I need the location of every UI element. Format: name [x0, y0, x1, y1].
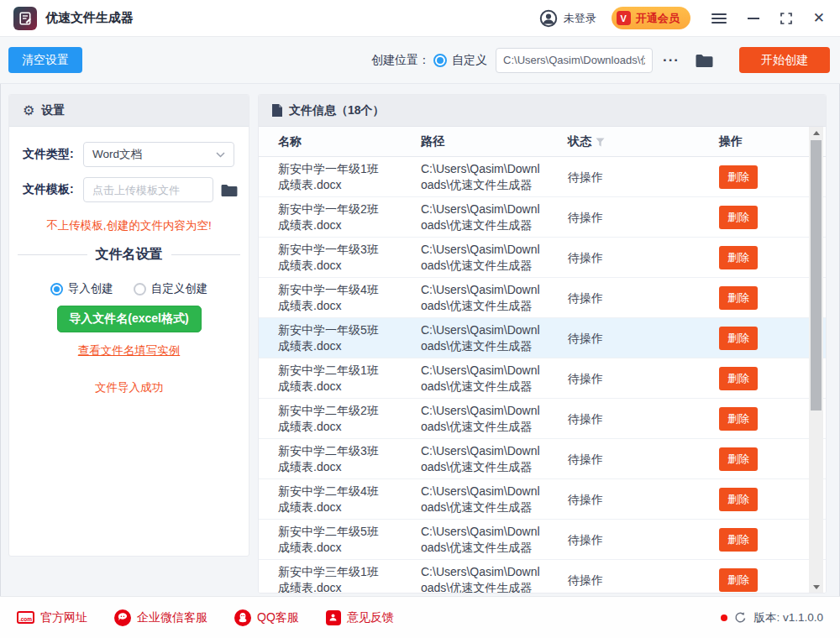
template-upload-input[interactable]	[83, 177, 213, 202]
file-path: C:\Users\Qasim\Downloads\优速文件生成器	[421, 484, 540, 515]
user-avatar-icon[interactable]	[539, 9, 558, 28]
wechat-icon	[114, 609, 131, 626]
column-action: 操作	[719, 127, 743, 157]
document-icon	[272, 104, 282, 117]
file-panel-header: 文件信息（18个）	[259, 95, 826, 127]
file-path: C:\Users\Qasim\Downloads\优速文件生成器	[421, 161, 540, 193]
file-status: 待操作	[568, 479, 603, 520]
scroll-up-icon[interactable]	[809, 127, 823, 139]
file-path: C:\Users\Qasim\Downloads\优速文件生成器	[421, 524, 540, 556]
delete-button[interactable]: 删除	[719, 528, 758, 552]
delete-button[interactable]: 删除	[719, 488, 758, 511]
refresh-icon[interactable]	[734, 611, 747, 624]
minimize-icon[interactable]	[748, 10, 759, 27]
file-type-select[interactable]: Word文档	[83, 142, 234, 167]
app-title: 优速文件生成器	[45, 10, 134, 26]
file-status: 待操作	[568, 560, 603, 593]
delete-button[interactable]: 删除	[719, 407, 758, 431]
app-logo-icon	[13, 7, 37, 30]
menu-icon[interactable]	[711, 10, 727, 27]
table-row: 新安中学二年级3班成绩表.docx C:\Users\Qasim\Downloa…	[259, 439, 826, 479]
template-label: 文件模板:	[23, 182, 83, 197]
file-info-panel: 文件信息（18个） 名称 路径 状态 操作 新安中学一年级1班成绩表.docx …	[258, 94, 827, 594]
version-text: 版本: v1.1.0.0	[753, 610, 823, 625]
more-path-button[interactable]: ···	[659, 52, 683, 69]
file-status: 待操作	[568, 439, 603, 479]
file-path: C:\Users\Qasim\Downloads\优速文件生成器	[421, 403, 540, 435]
delete-button[interactable]: 删除	[719, 447, 758, 471]
feedback-icon	[326, 610, 341, 625]
custom-location-radio[interactable]	[433, 54, 447, 67]
table-row: 新安中学三年级1班成绩表.docx C:\Users\Qasim\Downloa…	[259, 560, 826, 593]
login-status[interactable]: 未登录	[564, 11, 596, 26]
file-path: C:\Users\Qasim\Downloads\优速文件生成器	[421, 564, 540, 593]
open-folder-icon[interactable]	[695, 53, 714, 68]
file-name: 新安中学一年级2班成绩表.docx	[278, 201, 387, 233]
template-folder-icon[interactable]	[220, 183, 239, 197]
official-website-link[interactable]: .com 官方网址	[17, 610, 87, 625]
feedback-link[interactable]: 意见反馈	[326, 610, 394, 625]
delete-button[interactable]: 删除	[719, 286, 758, 310]
import-create-label: 导入创建	[68, 281, 113, 296]
settings-panel-title: 设置	[41, 103, 65, 118]
delete-button[interactable]: 删除	[719, 367, 758, 390]
scroll-down-icon[interactable]	[809, 581, 823, 593]
filter-icon[interactable]	[596, 138, 605, 147]
com-icon: .com	[17, 611, 34, 624]
table-header: 名称 路径 状态 操作	[259, 127, 826, 157]
scrollbar-thumb[interactable]	[811, 140, 822, 411]
delete-button[interactable]: 删除	[719, 246, 758, 269]
settings-panel: ⚙ 设置 文件类型: Word文档 文件模板: 不上传模板,创建的文件内容为空!…	[8, 94, 249, 557]
delete-button[interactable]: 删除	[719, 165, 758, 189]
gear-icon: ⚙	[23, 104, 34, 118]
app-window: 优速文件生成器 未登录 V 开通会员 ✕ 清空设置 创建位置： 自定义 ·	[0, 0, 840, 638]
chevron-down-icon	[216, 152, 225, 158]
no-template-warning: 不上传模板,创建的文件内容为空!	[9, 218, 249, 233]
delete-button[interactable]: 删除	[719, 206, 758, 229]
table-row: 新安中学一年级4班成绩表.docx C:\Users\Qasim\Downloa…	[259, 278, 826, 318]
table-row: 新安中学一年级1班成绩表.docx C:\Users\Qasim\Downloa…	[259, 157, 826, 197]
file-name: 新安中学一年级4班成绩表.docx	[278, 282, 387, 314]
vip-icon: V	[617, 11, 631, 25]
qq-support-link[interactable]: QQ客服	[234, 609, 299, 626]
file-path: C:\Users\Qasim\Downloads\优速文件生成器	[421, 201, 540, 233]
create-location-label: 创建位置：	[371, 53, 430, 68]
table-row: 新安中学二年级5班成绩表.docx C:\Users\Qasim\Downloa…	[259, 520, 826, 560]
custom-create-radio[interactable]	[134, 283, 146, 295]
import-success-status: 文件导入成功	[9, 380, 249, 395]
vip-button[interactable]: V 开通会员	[612, 7, 690, 29]
file-name: 新安中学二年级5班成绩表.docx	[278, 524, 387, 556]
file-name: 新安中学二年级1班成绩表.docx	[278, 363, 387, 395]
footer: .com 官方网址 企业微信客服 QQ客服 意见反馈	[0, 596, 840, 638]
import-filenames-button[interactable]: 导入文件名(excel格式)	[57, 306, 202, 332]
file-path: C:\Users\Qasim\Downloads\优速文件生成器	[421, 443, 540, 475]
close-icon[interactable]: ✕	[813, 10, 825, 27]
wechat-support-link[interactable]: 企业微信客服	[114, 609, 207, 626]
file-status: 待操作	[568, 358, 603, 399]
file-path: C:\Users\Qasim\Downloads\优速文件生成器	[421, 282, 540, 314]
table-row: 新安中学二年级4班成绩表.docx C:\Users\Qasim\Downloa…	[259, 479, 826, 520]
table-row: 新安中学二年级2班成绩表.docx C:\Users\Qasim\Downloa…	[259, 399, 826, 439]
file-name: 新安中学二年级3班成绩表.docx	[278, 443, 387, 475]
output-path-input[interactable]	[496, 48, 653, 73]
status-dot	[721, 614, 727, 621]
file-name: 新安中学一年级5班成绩表.docx	[278, 322, 387, 354]
import-create-radio[interactable]	[50, 283, 63, 295]
filename-example-link[interactable]: 查看文件名填写实例	[9, 343, 249, 358]
delete-button[interactable]: 删除	[719, 568, 758, 592]
toolbar: 清空设置 创建位置： 自定义 ··· 开始创建	[0, 37, 840, 84]
scrollbar[interactable]	[809, 127, 823, 593]
file-path: C:\Users\Qasim\Downloads\优速文件生成器	[421, 322, 540, 354]
file-panel-title: 文件信息（18个）	[289, 103, 385, 118]
start-create-button[interactable]: 开始创建	[739, 47, 830, 73]
column-path: 路径	[421, 127, 444, 157]
maximize-icon[interactable]	[780, 10, 792, 27]
delete-button[interactable]: 删除	[719, 327, 758, 350]
create-mode-radios: 导入创建 自定义创建	[9, 281, 249, 296]
table-body: 新安中学一年级1班成绩表.docx C:\Users\Qasim\Downloa…	[259, 157, 826, 593]
file-path: C:\Users\Qasim\Downloads\优速文件生成器	[421, 242, 540, 274]
table-row: 新安中学二年级1班成绩表.docx C:\Users\Qasim\Downloa…	[259, 358, 826, 399]
file-name: 新安中学一年级3班成绩表.docx	[278, 242, 387, 274]
clear-settings-button[interactable]: 清空设置	[8, 47, 82, 73]
custom-create-label: 自定义创建	[151, 281, 208, 296]
